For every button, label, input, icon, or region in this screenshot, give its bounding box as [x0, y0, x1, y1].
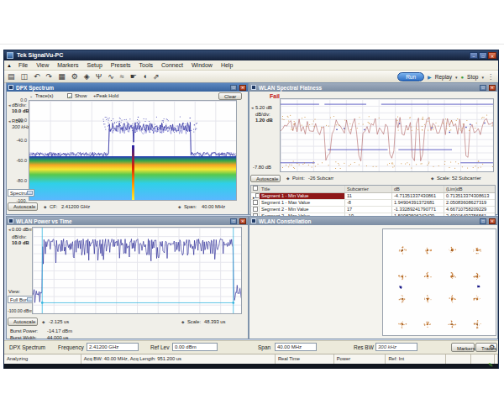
undo-icon[interactable]: ↶: [34, 71, 40, 81]
axis-marker-icon[interactable]: ◄: [8, 103, 11, 108]
menu-item-window[interactable]: Window: [187, 62, 217, 68]
minimize-button[interactable]: –: [470, 52, 478, 59]
point-value[interactable]: -26 Subcarr: [308, 176, 333, 181]
point-marker-icon: ◆: [286, 176, 289, 181]
redo-icon[interactable]: ↷: [46, 71, 53, 81]
window-title: Tek SignalVu-PC: [17, 52, 63, 58]
pvt-maximize-button[interactable]: □: [230, 218, 237, 224]
settings-gear-icon[interactable]: ⚙: [71, 71, 78, 81]
flatness-scale-value[interactable]: 52 Subcarrier: [452, 176, 481, 181]
show-checkbox[interactable]: ✓: [67, 93, 72, 98]
page-divider: [0, 44, 504, 45]
row-subcarrier: -8: [345, 200, 392, 206]
antenna-icon[interactable]: Ψ: [96, 71, 102, 81]
pvt-scale-marker-icon: ◆: [181, 320, 184, 324]
peak-hold-label[interactable]: +Peak Hold: [93, 93, 118, 98]
traces-caret-icon[interactable]: ⌄: [29, 93, 33, 98]
row-limdb: 4.66710758209229: [444, 207, 495, 213]
traces-dropdown[interactable]: Trace(s): [35, 93, 53, 98]
frequency-label: Frequency: [58, 344, 84, 350]
col-header-db[interactable]: dB: [392, 186, 444, 192]
open-icon[interactable]: ▤: [8, 71, 15, 81]
pvt-scale-value[interactable]: 48.393 us: [204, 319, 225, 324]
settings-gear-icon[interactable]: ⚙: [489, 344, 495, 351]
shield-icon[interactable]: ◈: [84, 71, 90, 81]
scale-marker-icon: ◆: [431, 176, 433, 181]
menu-item-tools[interactable]: Tools: [135, 62, 157, 68]
table-header-row: Title Subcarrier dB (Lim)dB: [251, 186, 495, 193]
dpx-titlebar[interactable]: DPX Spectrum □ ✕: [7, 83, 248, 92]
pvt-graph[interactable]: [32, 227, 242, 314]
menu-item-setup[interactable]: Setup: [83, 62, 107, 68]
col-header-subcarrier[interactable]: Subcarrier: [345, 186, 392, 192]
table-row[interactable]: ▸ Segment 1 - Min Value 11 -4.7135133743…: [251, 193, 495, 200]
flatness-maximize-button[interactable]: □: [480, 85, 486, 91]
table-row[interactable]: Segment 2 - Min Value 17 -1.332892417907…: [251, 207, 495, 213]
dpx-graph[interactable]: [29, 100, 237, 201]
audio-icon[interactable]: ◖: [143, 71, 147, 81]
burst-power-label: Burst Power:: [10, 328, 38, 333]
row-db: 1.94904391372681: [392, 200, 444, 206]
markers-button[interactable]: Markers: [451, 343, 475, 352]
menu-item-connect[interactable]: Connect: [157, 62, 187, 68]
save-icon[interactable]: ◫: [21, 71, 29, 81]
dpx-close-button[interactable]: ✕: [239, 85, 246, 91]
constellation-graph[interactable]: [382, 228, 496, 336]
pvt-titlebar[interactable]: WLAN Power vs Time □ ✕: [7, 217, 248, 225]
close-button[interactable]: ✕: [488, 52, 496, 59]
run-button[interactable]: Run: [397, 72, 424, 81]
menu-item-presets[interactable]: Presets: [107, 62, 135, 68]
constellation-panel-icon: [251, 218, 256, 223]
flatness-titlebar[interactable]: WLAN Spectral Flatness □ ✕: [249, 83, 497, 92]
pvt-x-start[interactable]: -2.125 us: [49, 319, 69, 324]
clear-button[interactable]: Clear: [218, 92, 242, 100]
ref-lev-input[interactable]: [172, 343, 218, 351]
span-input[interactable]: [275, 343, 317, 351]
res-bw-input[interactable]: [375, 343, 417, 351]
dpx-maximize-button[interactable]: □: [230, 85, 237, 91]
header-checkbox[interactable]: [253, 186, 258, 191]
menu-item-markers[interactable]: Markers: [53, 62, 82, 68]
row-checkbox[interactable]: [253, 200, 258, 205]
window-titlebar[interactable]: Tek SignalVu-PC – □ ✕: [4, 50, 498, 60]
menu-item-help[interactable]: Help: [217, 62, 237, 68]
frequency-input[interactable]: [87, 343, 139, 351]
print-icon[interactable]: ▦: [58, 71, 66, 81]
axis-marker-icon[interactable]: ◄: [250, 106, 254, 110]
constellation-close-button[interactable]: ✕: [489, 218, 496, 224]
dpx-mode-select[interactable]: Spectrum: [8, 189, 34, 197]
dpx-autoscale-button[interactable]: Autoscale: [8, 202, 38, 211]
spectrum-trace-icon[interactable]: ∿: [108, 71, 114, 81]
stop-button[interactable]: Stop: [467, 74, 478, 80]
more-options-icon[interactable]: ⋮: [487, 73, 494, 81]
flatness-autoscale-button[interactable]: Autoscale: [250, 175, 281, 182]
row-checkbox[interactable]: [253, 207, 258, 212]
table-row[interactable]: Segment 1 - Max Value -8 1.9490439137268…: [251, 200, 495, 207]
maximize-button[interactable]: □: [479, 52, 487, 59]
menu-item-view[interactable]: View: [32, 62, 53, 68]
export-icon[interactable]: ⇗: [153, 71, 160, 81]
row-db: -4.71351337430861: [392, 193, 444, 199]
pvt-autoscale-button[interactable]: Autoscale: [8, 318, 38, 326]
cf-value[interactable]: 2.41200 GHz: [61, 204, 90, 209]
waveform-icon[interactable]: ≈: [120, 71, 124, 81]
col-header-limdb[interactable]: (Lim)dB: [444, 186, 495, 192]
touch-icon[interactable]: ☛: [130, 71, 137, 81]
pvt-view-select[interactable]: Full Burst: [8, 296, 34, 303]
col-header-title[interactable]: Title: [260, 186, 345, 192]
replay-button[interactable]: Replay: [435, 74, 452, 80]
dpx-span-value[interactable]: 40.00 MHz: [202, 204, 225, 209]
pvt-close-button[interactable]: ✕: [239, 218, 246, 224]
span-marker-icon: ◆: [178, 205, 181, 209]
axis-marker-icon[interactable]: ◄: [8, 228, 11, 232]
constellation-maximize-button[interactable]: □: [480, 218, 486, 224]
panel-wlan-constellation: WLAN Constellation □ ✕: [249, 216, 498, 339]
constellation-titlebar[interactable]: WLAN Constellation □ ✕: [249, 217, 497, 225]
edit-pencil-icon[interactable]: ✎: [488, 362, 493, 369]
menu-item-file[interactable]: File: [14, 62, 32, 68]
replay-dropdown-icon[interactable]: ▾: [455, 75, 458, 80]
flatness-close-button[interactable]: ✕: [489, 85, 496, 91]
flatness-graph[interactable]: [280, 98, 494, 172]
stop-dropdown-icon[interactable]: ▾: [481, 75, 484, 80]
dpx-db-div-label: dB/div:: [12, 102, 27, 108]
